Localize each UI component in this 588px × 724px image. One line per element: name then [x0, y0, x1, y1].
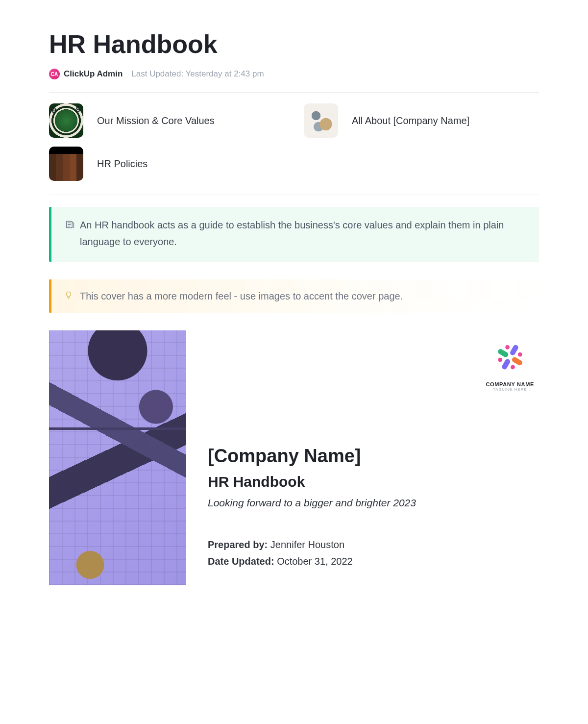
- logo-tagline: TAGLINE HERE: [486, 387, 534, 392]
- cover-tagline: Looking forward to a bigger and brighter…: [208, 497, 539, 509]
- dartboard-thumbnail-icon: [49, 103, 83, 138]
- cover-hero-image: [49, 330, 186, 585]
- subpage-link-label: All About [Company Name]: [352, 115, 469, 126]
- author-avatar: CA: [49, 69, 60, 79]
- svg-point-7: [497, 357, 503, 363]
- document-meta: CA ClickUp Admin Last Updated: Yesterday…: [49, 69, 539, 79]
- logo-company-name: COMPANY NAME: [486, 381, 534, 387]
- cover-subtitle: HR Handbook: [208, 474, 539, 490]
- svg-rect-2: [511, 356, 523, 366]
- books-thumbnail-icon: [49, 147, 83, 181]
- svg-rect-3: [501, 358, 511, 371]
- subpage-link-company[interactable]: All About [Company Name]: [304, 103, 539, 138]
- callout-info: An HR handbook acts as a guide to establ…: [49, 207, 539, 262]
- newspaper-icon: [65, 218, 75, 250]
- subpage-link-label: HR Policies: [97, 158, 147, 170]
- svg-point-5: [517, 352, 523, 357]
- subpage-link-mission[interactable]: Our Mission & Core Values: [49, 103, 284, 138]
- subpage-link-policies[interactable]: HR Policies: [49, 147, 284, 181]
- cover-prepared-by: Prepared by: Jennifer Houston: [208, 536, 539, 553]
- prepared-by-value: Jennifer Houston: [268, 539, 344, 550]
- svg-rect-4: [497, 348, 509, 358]
- cover-company-name: [Company Name]: [208, 446, 539, 467]
- author-name: ClickUp Admin: [64, 69, 122, 79]
- cover-date-updated: Date Updated: October 31, 2022: [208, 553, 539, 570]
- callout-text: This cover has a more modern feel - use …: [80, 288, 403, 304]
- page-title: HR Handbook: [49, 29, 539, 59]
- company-thumbnail-icon: [304, 103, 338, 138]
- company-logo-icon: [488, 342, 532, 376]
- date-updated-value: October 31, 2022: [274, 556, 353, 567]
- subpage-link-label: Our Mission & Core Values: [97, 115, 215, 126]
- lightbulb-icon: [64, 288, 73, 304]
- last-updated: Last Updated: Yesterday at 2:43 pm: [131, 69, 264, 79]
- callout-text: An HR handbook acts as a guide to establ…: [80, 217, 525, 250]
- cover-section: COMPANY NAME TAGLINE HERE [Company Name]…: [49, 330, 539, 585]
- callout-tip: This cover has a more modern feel - use …: [49, 279, 539, 313]
- cover-content: COMPANY NAME TAGLINE HERE [Company Name]…: [208, 330, 539, 570]
- prepared-by-label: Prepared by:: [208, 539, 268, 550]
- date-updated-label: Date Updated:: [208, 556, 274, 567]
- divider: [49, 195, 539, 195]
- subpage-links: Our Mission & Core Values All About [Com…: [49, 103, 539, 181]
- company-logo-block: COMPANY NAME TAGLINE HERE: [486, 342, 534, 392]
- svg-point-6: [510, 365, 515, 370]
- svg-point-8: [505, 345, 510, 350]
- divider: [49, 92, 539, 93]
- svg-rect-1: [509, 344, 519, 356]
